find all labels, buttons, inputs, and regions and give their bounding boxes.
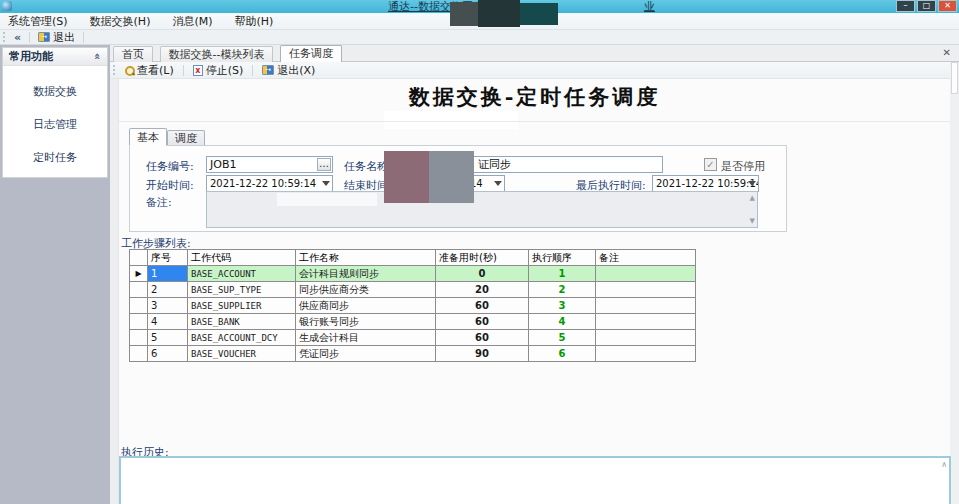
table-row[interactable]: 3BASE_SUPPLIER供应商同步603 bbox=[130, 298, 696, 314]
table-cell[interactable]: BASE_VOUCHER bbox=[188, 346, 296, 362]
menu-message[interactable]: 消息(M) bbox=[172, 14, 212, 29]
exit-icon: → bbox=[38, 32, 50, 42]
table-cell[interactable] bbox=[596, 282, 696, 298]
table-row[interactable]: ▶1BASE_ACCOUNT会计科目规则同步01 bbox=[130, 266, 696, 282]
row-selector-cell[interactable]: ▶ bbox=[130, 266, 148, 282]
table-cell[interactable]: 供应商同步 bbox=[296, 298, 436, 314]
task-no-input[interactable]: JOB1 … bbox=[206, 156, 333, 173]
table-cell[interactable] bbox=[596, 314, 696, 330]
table-cell[interactable]: 6 bbox=[148, 346, 188, 362]
maximize-button[interactable]: □ bbox=[917, 0, 936, 12]
table-row[interactable]: 2BASE_SUP_TYPE同步供应商分类202 bbox=[130, 282, 696, 298]
table-row[interactable]: 4BASE_BANK银行账号同步604 bbox=[130, 314, 696, 330]
task-no-value: JOB1 bbox=[210, 158, 236, 171]
last-exec-time-combobox[interactable]: 2021-12-22 10:59:14 bbox=[652, 175, 759, 192]
table-cell[interactable]: BASE_SUP_TYPE bbox=[188, 282, 296, 298]
scroll-down-icon[interactable]: ▼ bbox=[750, 217, 755, 225]
chevron-up-icon[interactable]: « bbox=[91, 53, 104, 60]
scroll-up-icon[interactable]: ∧ bbox=[941, 460, 947, 469]
row-selector-cell[interactable] bbox=[130, 314, 148, 330]
scroll-up-icon[interactable]: ▲ bbox=[750, 194, 755, 202]
table-cell[interactable]: 3 bbox=[148, 298, 188, 314]
table-cell[interactable]: BASE_ACCOUNT_DCY bbox=[188, 330, 296, 346]
steps-table[interactable]: 序号工作代码工作名称准备用时(秒)执行顺序备注 ▶1BASE_ACCOUNT会计… bbox=[129, 249, 696, 362]
table-cell[interactable]: 同步供应商分类 bbox=[296, 282, 436, 298]
quick-toolbar: « → 退出 bbox=[0, 30, 959, 45]
table-cell[interactable]: 5 bbox=[529, 330, 596, 346]
table-cell[interactable]: 凭证同步 bbox=[296, 346, 436, 362]
divider bbox=[119, 121, 950, 122]
table-cell[interactable]: 6 bbox=[529, 346, 596, 362]
table-cell[interactable] bbox=[596, 266, 696, 282]
view-button-label: 查看(L) bbox=[137, 63, 174, 78]
menu-data-exchange[interactable]: 数据交换(H) bbox=[90, 14, 151, 29]
column-header[interactable]: 备注 bbox=[596, 250, 696, 266]
minimize-button[interactable]: – bbox=[896, 0, 915, 12]
table-cell[interactable]: 60 bbox=[436, 298, 529, 314]
table-cell[interactable]: 3 bbox=[529, 298, 596, 314]
collapse-sidebar-button[interactable]: « bbox=[10, 31, 25, 44]
row-selector-cell[interactable] bbox=[130, 282, 148, 298]
table-cell[interactable]: BASE_SUPPLIER bbox=[188, 298, 296, 314]
form-tab-schedule[interactable]: 调度 bbox=[167, 130, 205, 146]
close-button[interactable]: ✕ bbox=[938, 0, 957, 12]
tab-task-schedule[interactable]: 任务调度 bbox=[280, 45, 342, 62]
table-row[interactable]: 5BASE_ACCOUNT_DCY生成会计科目605 bbox=[130, 330, 696, 346]
chevron-down-icon[interactable] bbox=[322, 181, 330, 186]
table-cell[interactable] bbox=[596, 346, 696, 362]
column-header[interactable]: 执行顺序 bbox=[529, 250, 596, 266]
table-cell[interactable]: 4 bbox=[148, 314, 188, 330]
scrollbar-thumb[interactable] bbox=[951, 62, 958, 94]
disable-checkbox[interactable]: ✓ bbox=[704, 158, 717, 171]
browse-button[interactable]: … bbox=[317, 158, 331, 171]
vertical-scrollbar[interactable] bbox=[950, 62, 959, 504]
sidebar-item-log-management[interactable]: 日志管理 bbox=[3, 117, 107, 132]
table-cell[interactable]: 0 bbox=[436, 266, 529, 282]
table-cell[interactable]: 生成会计科目 bbox=[296, 330, 436, 346]
column-header[interactable]: 工作名称 bbox=[296, 250, 436, 266]
table-cell[interactable]: 5 bbox=[148, 330, 188, 346]
table-cell[interactable]: 60 bbox=[436, 314, 529, 330]
table-cell[interactable]: 4 bbox=[529, 314, 596, 330]
content-area: 首页 数据交换--模块列表 任务调度 ✕ 查看(L) x 停止(S) → 退出(… bbox=[110, 45, 959, 504]
column-header[interactable]: 序号 bbox=[148, 250, 188, 266]
close-tab-icon[interactable]: ✕ bbox=[943, 47, 951, 58]
exit-button[interactable]: → 退出 bbox=[34, 30, 79, 45]
stop-button[interactable]: x 停止(S) bbox=[188, 63, 249, 78]
history-textarea[interactable]: ∧ bbox=[119, 456, 951, 504]
start-time-combobox[interactable]: 2021-12-22 10:59:14 bbox=[206, 175, 333, 192]
row-selector-cell[interactable] bbox=[130, 298, 148, 314]
sidebar-item-scheduled-tasks[interactable]: 定时任务 bbox=[3, 150, 107, 165]
form-tab-basic[interactable]: 基本 bbox=[129, 128, 167, 146]
chevron-down-icon[interactable] bbox=[494, 181, 502, 186]
chevron-down-icon[interactable] bbox=[748, 181, 756, 186]
exit-tab-button[interactable]: → 退出(X) bbox=[257, 63, 320, 78]
table-cell[interactable]: 2 bbox=[529, 282, 596, 298]
stop-button-label: 停止(S) bbox=[206, 63, 244, 78]
table-cell[interactable]: 1 bbox=[529, 266, 596, 282]
row-selector-cell[interactable] bbox=[130, 346, 148, 362]
table-cell[interactable] bbox=[596, 298, 696, 314]
table-cell[interactable]: 60 bbox=[436, 330, 529, 346]
view-button[interactable]: 查看(L) bbox=[120, 63, 179, 78]
menu-help[interactable]: 帮助(H) bbox=[235, 14, 274, 29]
table-cell[interactable]: 1 bbox=[148, 266, 188, 282]
table-cell[interactable]: 2 bbox=[148, 282, 188, 298]
tab-module-list[interactable]: 数据交换--模块列表 bbox=[160, 46, 274, 62]
toolbar-grip-icon bbox=[3, 32, 6, 42]
table-cell[interactable]: BASE_BANK bbox=[188, 314, 296, 330]
row-selector-cell[interactable] bbox=[130, 330, 148, 346]
tab-home[interactable]: 首页 bbox=[113, 46, 153, 62]
sidebar-item-data-exchange[interactable]: 数据交换 bbox=[3, 84, 107, 99]
table-cell[interactable] bbox=[596, 330, 696, 346]
table-cell[interactable]: 银行账号同步 bbox=[296, 314, 436, 330]
column-header[interactable]: 准备用时(秒) bbox=[436, 250, 529, 266]
table-row[interactable]: 6BASE_VOUCHER凭证同步906 bbox=[130, 346, 696, 362]
table-cell[interactable]: 会计科目规则同步 bbox=[296, 266, 436, 282]
table-cell[interactable]: 20 bbox=[436, 282, 529, 298]
menu-system[interactable]: 系统管理(S) bbox=[8, 14, 68, 29]
sidebar-header[interactable]: 常用功能 « bbox=[3, 48, 107, 66]
table-cell[interactable]: BASE_ACCOUNT bbox=[188, 266, 296, 282]
column-header[interactable]: 工作代码 bbox=[188, 250, 296, 266]
table-cell[interactable]: 90 bbox=[436, 346, 529, 362]
